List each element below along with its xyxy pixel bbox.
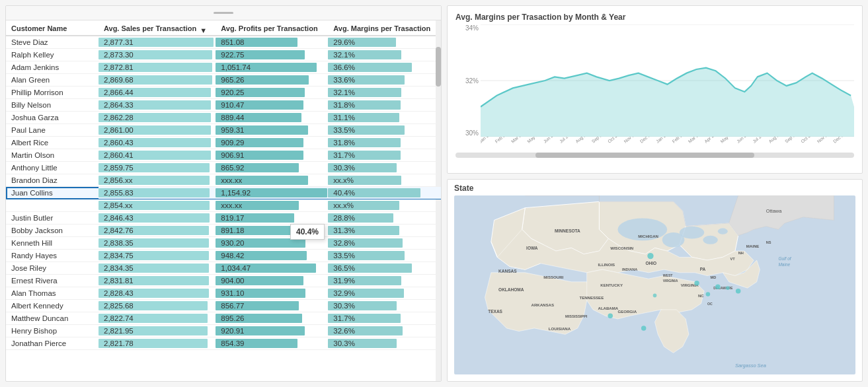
cell-sales: 2,869.68: [99, 74, 216, 87]
label-kentucky: KENTUCKY: [600, 283, 623, 287]
map-dot-9[interactable]: [653, 294, 657, 298]
map-dot-6[interactable]: [706, 292, 711, 297]
map-dot-4[interactable]: [726, 286, 730, 290]
map-dot-2[interactable]: [694, 281, 699, 285]
cell-name: Randy Hayes: [6, 250, 99, 262]
table-row[interactable]: Bobby Jackson 2,842.76 891.18 31.3%: [6, 225, 441, 237]
cell-profit: 909.29: [216, 137, 328, 149]
table-row[interactable]: Joshua Garza 2,862.28 889.44 31.1%: [6, 112, 441, 124]
label-michigan: MICHIGAN: [638, 234, 658, 238]
lake-huron: [680, 227, 704, 239]
table-row[interactable]: Alan Thomas 2,828.43 931.10 32.9%: [6, 287, 441, 300]
cell-sales: 2,861.00: [99, 124, 216, 137]
label-georgia: GEORGIA: [617, 310, 637, 314]
label-alabama: ALABAMA: [598, 306, 619, 310]
table-row[interactable]: Jonathan Pierce 2,821.78 854.39 30.3%: [6, 337, 441, 350]
table-wrapper[interactable]: Customer Name Avg. Sales per Transaction…: [6, 20, 441, 381]
table-row[interactable]: Juan Collins 2,855.83 1,154.92 40.4%: [6, 187, 441, 199]
table-row[interactable]: Anthony Little 2,859.75 865.92 30.3%: [6, 162, 441, 174]
cell-margin: 31.8%: [328, 99, 441, 112]
cell-sales: 2,872.81: [99, 61, 216, 74]
table-row[interactable]: Albert Rice 2,860.43 909.29 31.8%: [6, 137, 441, 149]
cell-profit: 819.17: [216, 212, 328, 225]
cell-margin: 31.9%: [328, 275, 441, 287]
map-dot-8[interactable]: [641, 326, 646, 330]
label-ottawa: Ottawa: [766, 208, 783, 214]
col-header-sales[interactable]: Avg. Sales per Transaction ▼: [99, 20, 216, 36]
table-row[interactable]: 2,854.xx xxx.xx xx.x%: [6, 199, 441, 212]
lake-erie: [703, 236, 717, 244]
cell-sales: 2,859.75: [99, 162, 216, 174]
y-axis-labels: 34% 32% 30%: [455, 24, 479, 137]
map-dot-7[interactable]: [608, 313, 612, 318]
table-row[interactable]: Randy Hayes 2,834.75 948.42 33.5%: [6, 250, 441, 262]
scrollbar-thumb[interactable]: [436, 47, 441, 87]
table-row[interactable]: Brandon Diaz 2,856.xx xxx.xx xx.x%: [6, 174, 441, 187]
cell-name: Justin Butler: [6, 212, 99, 225]
scrollbar[interactable]: [436, 20, 441, 381]
chart-scrollbar-thumb[interactable]: [535, 153, 755, 158]
x-label-1: Feb 20...: [494, 137, 510, 144]
cell-margin: 31.1%: [328, 112, 441, 124]
x-label-18: Aug 20...: [768, 137, 785, 145]
label-gulf-maine2: Maine: [778, 262, 790, 267]
map-florida: [655, 310, 689, 353]
table-row[interactable]: Justin Butler 2,846.43 819.17 28.8%: [6, 212, 441, 225]
map-dot-1[interactable]: [647, 253, 653, 259]
x-label-11: Jan 2016: [655, 137, 672, 144]
col-header-name[interactable]: Customer Name: [6, 20, 99, 36]
label-nc: NC: [698, 294, 704, 298]
cell-profit: 920.25: [216, 87, 328, 99]
cell-profit: 851.08: [216, 36, 328, 49]
drag-handle[interactable]: [214, 12, 233, 14]
cell-profit: 931.10: [216, 287, 328, 300]
label-arkansas: ARKANSAS: [532, 303, 554, 307]
x-label-6: Aug 20...: [574, 137, 592, 145]
table-row[interactable]: Ernest Rivera 2,831.81 904.00 31.9%: [6, 275, 441, 287]
col-header-margin[interactable]: Avg. Margins per Trasaction: [328, 20, 441, 36]
table-row[interactable]: Alan Green 2,869.68 965.26 33.6%: [6, 74, 441, 87]
cell-name: Steve Diaz: [6, 36, 99, 49]
cell-profit: 1,154.92: [216, 187, 328, 199]
cell-sales: 2,855.83: [99, 187, 216, 199]
cell-margin: 30.3%: [328, 337, 441, 350]
label-pa: PA: [700, 267, 706, 271]
cell-margin: 36.6%: [328, 61, 441, 74]
label-nh: NH: [738, 251, 744, 255]
table-row[interactable]: Jose Riley 2,834.35 1,034.47 36.5%: [6, 262, 441, 275]
cell-sales: 2,860.43: [99, 137, 216, 149]
map-dot-3[interactable]: [715, 285, 720, 289]
cell-margin: 32.1%: [328, 87, 441, 99]
chart-scrollbar[interactable]: [455, 153, 854, 158]
x-label-16: Jun 2016: [736, 137, 753, 144]
y-label-low: 30%: [455, 129, 479, 137]
x-label-7: Sep 20...: [591, 137, 608, 145]
cell-profit: 965.26: [216, 74, 328, 87]
x-label-8: Oct 20...: [607, 137, 623, 144]
cell-name: Martin Olson: [6, 149, 99, 162]
table-row[interactable]: Martin Olson 2,860.41 906.91 31.7%: [6, 149, 441, 162]
table-row[interactable]: Billy Nelson 2,864.33 910.47 31.8%: [6, 99, 441, 112]
table-row[interactable]: Phillip Morrison 2,866.44 920.25 32.1%: [6, 87, 441, 99]
margin-tooltip: 40.4%: [290, 224, 325, 240]
map-dot-5[interactable]: [736, 289, 740, 293]
cell-profit: xxx.xx: [216, 174, 328, 187]
label-west-virginia: WEST: [663, 273, 674, 277]
map-svg: MINNESOTA WISCONSIN IOWA MICHIGAN ILLINO…: [454, 195, 855, 374]
table-row[interactable]: Adam Jenkins 2,872.81 1,051.74 36.6%: [6, 61, 441, 74]
cell-sales: 2,822.74: [99, 312, 216, 325]
table-row[interactable]: Henry Bishop 2,821.95 920.91 32.6%: [6, 325, 441, 337]
table-row[interactable]: Matthew Duncan 2,822.74 895.26 31.7%: [6, 312, 441, 325]
map-container[interactable]: MINNESOTA WISCONSIN IOWA MICHIGAN ILLINO…: [454, 195, 855, 374]
table-row[interactable]: Paul Lane 2,861.00 959.31 33.5%: [6, 124, 441, 137]
cell-profit: 1,051.74: [216, 61, 328, 74]
map-panel: State: [447, 179, 863, 382]
cell-margin: 30.3%: [328, 300, 441, 312]
label-gulf-maine: Gulf of: [778, 256, 791, 261]
x-axis-svg: Jan 2015 Feb 20... Mar 20... May 2... Ju…: [481, 137, 854, 150]
table-row[interactable]: Steve Diaz 2,877.31 851.08 29.6%: [6, 36, 441, 49]
table-row[interactable]: Ralph Kelley 2,873.30 922.75 32.1%: [6, 49, 441, 61]
col-header-profit[interactable]: Avg. Profits per Transaction: [216, 20, 328, 36]
table-row[interactable]: Kenneth Hill 2,838.35 930.20 32.8%: [6, 237, 441, 250]
table-row[interactable]: Albert Kennedy 2,825.68 856.77 30.3%: [6, 300, 441, 312]
